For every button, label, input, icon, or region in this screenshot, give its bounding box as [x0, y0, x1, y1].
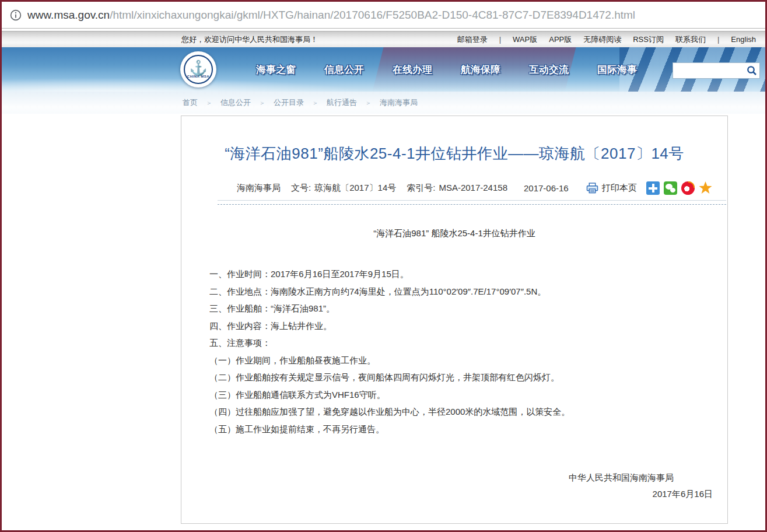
qzone-star-icon[interactable]	[699, 181, 712, 195]
nav-item[interactable]: 国际海事	[597, 63, 637, 76]
utility-links: 邮箱登录 | WAP版 APP版 无障碍阅读 RSS订阅 联系我们 | Engl…	[457, 34, 756, 45]
signature-org: 中华人民共和国海南海事局	[181, 473, 727, 484]
publish-date: 2017-06-16	[524, 183, 569, 193]
breadcrumb-item[interactable]: 海南海事局	[380, 97, 418, 108]
notice-paragraph: （二）作业船舶按有关规定显示信号，夜间船体四周有闪烁灯光，井架顶部有红色闪烁灯。	[209, 369, 701, 386]
breadcrumb-separator: ＞	[365, 99, 372, 107]
notice-paragraph: 一、作业时间：2017年6月16日至2017年9月15日。	[209, 265, 701, 283]
msa-logo-emblem: ⚓ CHINA MSA	[184, 55, 213, 84]
notice-paragraph: （三）作业船舶通信联系方式为VHF16守听。	[209, 386, 701, 404]
breadcrumb-item[interactable]: 信息公开	[220, 97, 251, 108]
page: www.msa.gov.cn/html/xinxichaxungongkai/g…	[0, 0, 767, 532]
welcome-text: 您好，欢迎访问中华人民共和国海事局！	[181, 34, 318, 45]
doc-number-label: 文号:	[291, 183, 311, 194]
doc-number-value: 琼海航〔2017〕14号	[314, 183, 396, 194]
article-meta: 海南海事局 文号: 琼海航〔2017〕14号 索引号: MSA-2017-241…	[237, 181, 712, 195]
print-label: 打印本页	[602, 183, 637, 194]
notice-paragraph: （四）过往船舶应加强了望，避免穿越以作业船为中心，半径2000米的水域范围，以策…	[209, 403, 701, 421]
nav-item[interactable]: 互动交流	[529, 63, 569, 76]
nav-item[interactable]: 信息公开	[324, 63, 364, 76]
utility-link[interactable]: English	[731, 35, 756, 44]
breadcrumb-item[interactable]: 公开目录	[274, 97, 304, 108]
notice-paragraph: （一）作业期间，作业船舶昼夜施工作业。	[209, 352, 701, 369]
notice-paragraph: 三、作业船舶：“海洋石油981”。	[209, 300, 701, 317]
utility-link[interactable]: 联系我们	[675, 34, 706, 45]
info-icon[interactable]	[10, 9, 22, 21]
meta-solid-rule	[218, 200, 726, 201]
share-more-icon[interactable]	[646, 181, 660, 195]
index-number: 索引号: MSA-2017-24158	[407, 183, 507, 194]
notice-paragraph: 五、注意事项：	[209, 334, 701, 352]
utility-divider: |	[717, 35, 719, 44]
notice-heading: “海洋石油981” 船陵水25-4-1井位钻井作业	[181, 228, 727, 239]
breadcrumb-item[interactable]: 首页	[183, 97, 198, 108]
nav-menu: 海事之窗 信息公开 在线办理 航海保障 互动交流 国际海事	[256, 47, 637, 92]
notice-paragraph: （五）施工作业如提前结束，不再另行通告。	[209, 421, 701, 438]
logo-caption: CHINA MSA	[187, 75, 209, 78]
browser-address-bar: www.msa.gov.cn/html/xinxichaxungongkai/g…	[2, 2, 765, 29]
breadcrumb-separator: ＞	[206, 99, 212, 107]
signature-date: 2017年6月16日	[181, 489, 727, 500]
page-title: “海洋石油981”船陵水25-4-1井位钻井作业——琼海航〔2017〕14号	[193, 144, 716, 164]
wechat-icon[interactable]	[664, 181, 677, 195]
nav-item[interactable]: 航海保障	[461, 63, 500, 76]
url-path: /html/xinxichaxungongkai/gkml/HXTG/haina…	[110, 9, 635, 21]
weibo-icon[interactable]	[681, 181, 695, 195]
search-button[interactable]	[744, 65, 759, 76]
index-number-value: MSA-2017-24158	[439, 183, 507, 194]
doc-number: 文号: 琼海航〔2017〕14号	[291, 183, 396, 194]
utility-link[interactable]: APP版	[549, 34, 572, 45]
breadcrumb-separator: ＞	[259, 99, 265, 107]
main-header: ⚓ CHINA MSA 海事之窗 信息公开 在线办理 航海保障 互动交流 国际海…	[2, 47, 765, 92]
nav-item[interactable]: 海事之窗	[256, 63, 296, 76]
search-input[interactable]	[673, 63, 744, 78]
nav-item[interactable]: 在线办理	[393, 63, 432, 76]
utility-divider: |	[499, 35, 501, 44]
anchor-icon: ⚓	[189, 61, 207, 75]
article-panel: “海洋石油981”船陵水25-4-1井位钻井作业——琼海航〔2017〕14号 海…	[181, 116, 728, 524]
index-number-label: 索引号:	[407, 183, 435, 194]
search-box	[673, 62, 760, 79]
url-text[interactable]: www.msa.gov.cn/html/xinxichaxungongkai/g…	[27, 9, 635, 22]
utility-link[interactable]: 邮箱登录	[457, 34, 488, 45]
utility-link[interactable]: RSS订阅	[633, 34, 664, 45]
print-button[interactable]: 打印本页	[586, 183, 637, 194]
msa-logo[interactable]: ⚓ CHINA MSA	[180, 51, 216, 88]
utility-bar: 您好，欢迎访问中华人民共和国海事局！ 邮箱登录 | WAP版 APP版 无障碍阅…	[2, 31, 765, 47]
printer-icon	[586, 183, 598, 194]
issuing-office: 海南海事局	[237, 183, 281, 194]
notice-body: 一、作业时间：2017年6月16日至2017年9月15日。 二、作业地点：海南陵…	[209, 265, 701, 438]
notice-paragraph: 四、作业内容：海上钻井作业。	[209, 317, 701, 335]
main-content: “海洋石油981”船陵水25-4-1井位钻井作业——琼海航〔2017〕14号 海…	[2, 116, 765, 531]
breadcrumb-separator: ＞	[312, 99, 318, 107]
share-bar	[646, 181, 712, 195]
utility-link[interactable]: 无障碍阅读	[583, 34, 621, 45]
search-icon	[747, 65, 757, 76]
breadcrumb: 首页 ＞ 信息公开 ＞ 公开目录 ＞ 航行通告 ＞ 海南海事局 ＞	[2, 92, 765, 114]
breadcrumb-item[interactable]: 航行通告	[327, 97, 357, 108]
url-domain: www.msa.gov.cn	[27, 9, 110, 21]
meta-dashed-rule	[218, 204, 726, 205]
utility-link[interactable]: WAP版	[513, 34, 537, 45]
notice-paragraph: 二、作业地点：海南陵水正南方向约74海里处，位置点为110°02′09″.7E/…	[209, 283, 701, 300]
